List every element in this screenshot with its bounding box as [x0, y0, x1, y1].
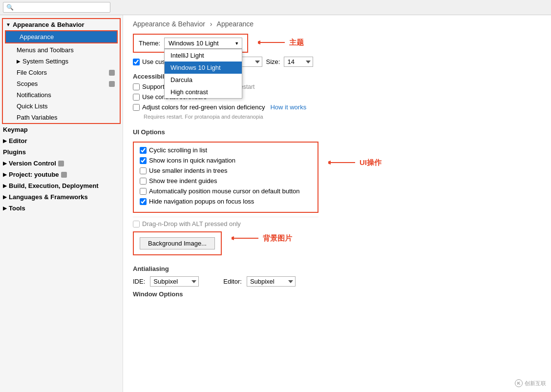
sidebar-item-system-settings[interactable]: ▶ System Settings — [3, 56, 120, 67]
drag-checkbox[interactable] — [133, 221, 140, 227]
breadcrumb: Appearance & Behavior › Appearance — [133, 20, 541, 28]
main-layout: ▼ Appearance & Behavior Appearance Menus… — [0, 15, 551, 392]
tree-indent-guides-row: Show tree indent guides — [140, 177, 312, 185]
smaller-indents-label: Use smaller indents in trees — [149, 167, 227, 174]
content-area: Appearance & Behavior › Appearance Theme… — [123, 15, 551, 392]
sidebar-label-system-settings: System Settings — [22, 58, 68, 65]
support-screen-readers-checkbox[interactable] — [133, 83, 140, 90]
sidebar-item-languages-frameworks[interactable]: ▶ Languages & Frameworks — [0, 191, 123, 203]
adjust-colors-checkbox[interactable] — [133, 104, 140, 111]
sidebar-label-editor: Editor — [9, 137, 27, 144]
breadcrumb-sep: › — [210, 20, 212, 28]
how-it-works-link[interactable]: How it works — [270, 103, 306, 111]
scopes-icon — [109, 81, 115, 87]
theme-label: Theme: — [139, 40, 160, 47]
watermark: K 创新互联 — [515, 379, 546, 387]
background-section: Background Image... — [133, 231, 222, 255]
editor-aa-select[interactable]: Subpixel None Greyscale — [247, 276, 296, 287]
theme-annotation: 主题 — [258, 38, 304, 47]
auto-position-label: Automatically position mouse cursor on d… — [149, 187, 300, 195]
sidebar-item-notifications[interactable]: Notifications — [3, 89, 120, 101]
sidebar-item-scopes[interactable]: Scopes — [3, 78, 120, 89]
adjust-colors-row: Adjust colors for red-green vision defic… — [133, 103, 541, 111]
use-custom-font-input[interactable] — [133, 59, 140, 65]
chevron-right-editor-icon: ▶ — [3, 138, 7, 144]
theme-dropdown-menu: IntelliJ Light Windows 10 Light Darcula … — [164, 49, 242, 99]
editor-aa-label: Editor: — [223, 278, 242, 285]
tree-indent-guides-label: Show tree indent guides — [149, 177, 217, 185]
antialiasing-title: Antialiasing — [133, 265, 541, 272]
adjust-colors-label: Adjust colors for red-green vision defic… — [142, 103, 265, 111]
breadcrumb-part1: Appearance & Behavior — [133, 20, 205, 28]
ide-aa-select[interactable]: Subpixel None Greyscale — [150, 276, 199, 287]
smaller-indents-checkbox[interactable] — [140, 167, 147, 174]
sidebar-label-scopes: Scopes — [17, 80, 38, 87]
sidebar-label-path-variables: Path Variables — [17, 114, 58, 121]
ui-options-section: UI Options Cyclic scrolling in list Show… — [133, 124, 318, 227]
contrast-scrollbars-checkbox[interactable] — [133, 94, 140, 101]
sidebar-item-appearance[interactable]: Appearance — [6, 31, 117, 42]
sidebar-item-project-youtube[interactable]: ▶ Project: youtube — [0, 169, 123, 180]
cyclic-scroll-checkbox[interactable] — [140, 147, 147, 154]
sidebar-item-editor[interactable]: ▶ Editor — [0, 135, 123, 146]
sidebar: ▼ Appearance & Behavior Appearance Menus… — [0, 15, 123, 392]
sidebar-item-keymap[interactable]: Keymap — [0, 124, 123, 135]
cyclic-scroll-label: Cyclic scrolling in list — [149, 146, 207, 154]
cyclic-scroll-row: Cyclic scrolling in list — [140, 146, 312, 154]
sidebar-label-version-control: Version Control — [9, 160, 56, 167]
drag-row: Drag-n-Drop with ALT pressed only — [133, 217, 318, 227]
sidebar-item-build-execution[interactable]: ▶ Build, Execution, Deployment — [0, 180, 123, 191]
bg-arrow-icon — [232, 233, 261, 243]
chevron-right-icon: ▶ — [17, 59, 21, 64]
sidebar-label-build-execution: Build, Execution, Deployment — [9, 182, 98, 189]
hide-nav-popups-row: Hide navigation popups on focus loss — [140, 198, 312, 205]
sidebar-label-file-colors: File Colors — [17, 69, 47, 76]
theme-option-darcula[interactable]: Darcula — [165, 74, 242, 86]
size-label: Size: — [266, 58, 280, 65]
sidebar-item-plugins[interactable]: Plugins — [0, 146, 123, 158]
theme-selected-value: Windows 10 Light — [169, 40, 219, 47]
smaller-indents-row: Use smaller indents in trees — [140, 167, 312, 174]
sidebar-label-quick-lists: Quick Lists — [17, 103, 48, 110]
ui-annotation: UI操作 — [328, 158, 381, 167]
watermark-text: 创新互联 — [525, 380, 546, 387]
tree-indent-guides-checkbox[interactable] — [140, 178, 147, 185]
search-input[interactable] — [3, 2, 110, 13]
chevron-right-build-icon: ▶ — [3, 183, 7, 188]
auto-position-checkbox[interactable] — [140, 188, 147, 195]
sidebar-item-quick-lists[interactable]: Quick Lists — [3, 101, 120, 112]
sidebar-item-tools[interactable]: ▶ Tools — [0, 203, 123, 214]
sidebar-item-appearance-behavior[interactable]: ▼ Appearance & Behavior — [3, 19, 120, 30]
sidebar-item-file-colors[interactable]: File Colors — [3, 67, 120, 78]
theme-dropdown-wrapper: Windows 10 Light IntelliJ Light Windows … — [164, 38, 242, 49]
chevron-right-project-icon: ▶ — [3, 172, 7, 177]
window-options-title: Window Options — [133, 290, 541, 298]
chevron-right-vc-icon: ▶ — [3, 161, 7, 166]
theme-arrow-icon — [258, 38, 287, 47]
sidebar-label-languages-frameworks: Languages & Frameworks — [9, 193, 88, 201]
auto-position-row: Automatically position mouse cursor on d… — [140, 187, 312, 195]
sidebar-item-version-control[interactable]: ▶ Version Control — [0, 158, 123, 169]
theme-option-intellij[interactable]: IntelliJ Light — [165, 49, 242, 62]
project-icon — [61, 172, 67, 178]
background-image-button[interactable]: Background Image... — [140, 237, 215, 249]
theme-dropdown-button[interactable]: Windows 10 Light — [164, 38, 242, 49]
file-colors-icon — [109, 70, 115, 76]
theme-option-windows10[interactable]: Windows 10 Light — [165, 62, 242, 74]
sidebar-item-menus-toolbars[interactable]: Menus and Toolbars — [3, 44, 120, 56]
theme-annotation-label: 主题 — [289, 38, 304, 47]
sidebar-label-menus-toolbars: Menus and Toolbars — [17, 46, 74, 54]
sidebar-label-keymap: Keymap — [3, 126, 28, 133]
show-icons-row: Show icons in quick navigation — [140, 157, 312, 164]
show-icons-label: Show icons in quick navigation — [149, 157, 235, 164]
theme-option-highcontrast[interactable]: High contrast — [165, 86, 242, 98]
bg-annotation: 背景图片 — [232, 233, 292, 243]
show-icons-checkbox[interactable] — [140, 157, 147, 164]
sidebar-label-project-youtube: Project: youtube — [9, 171, 59, 178]
hide-nav-popups-checkbox[interactable] — [140, 198, 147, 205]
bg-annotation-label: 背景图片 — [263, 234, 292, 243]
chevron-down-icon: ▼ — [6, 22, 11, 27]
font-size-select[interactable]: 14 — [284, 57, 313, 67]
sidebar-item-path-variables[interactable]: Path Variables — [3, 112, 120, 123]
sidebar-label-appearance: Appearance — [20, 33, 54, 41]
